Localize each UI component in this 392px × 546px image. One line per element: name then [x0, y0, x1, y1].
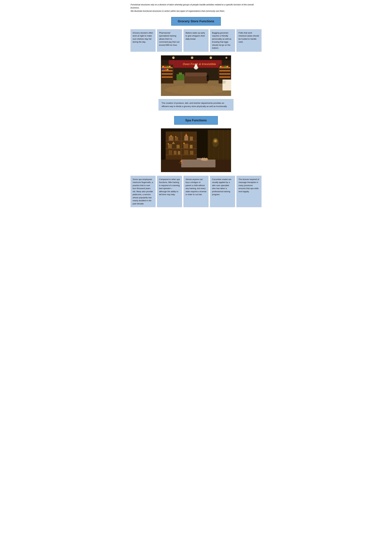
spa-card-2: Compared to other spa functions, little … [157, 176, 182, 207]
spa-section-header: Spa Functions [131, 116, 261, 125]
svg-point-67 [170, 135, 172, 137]
spa-card-5: The license required of massage therapis… [236, 176, 261, 207]
svg-text:Speci: Speci [223, 82, 226, 84]
grocery-store-image: Oven Fresh & Irresistible Club [161, 55, 231, 96]
svg-point-54 [202, 157, 203, 159]
svg-rect-19 [162, 66, 164, 67]
svg-rect-10 [184, 76, 208, 84]
svg-rect-29 [219, 73, 230, 75]
svg-rect-41 [179, 72, 182, 75]
svg-rect-17 [162, 73, 173, 75]
svg-rect-44 [173, 61, 174, 74]
svg-rect-23 [162, 69, 164, 70]
svg-point-69 [186, 135, 187, 136]
svg-rect-70 [168, 144, 172, 148]
grocery-card-5: Folks that work checkout aisles should b… [236, 29, 261, 52]
grocery-card-3: Bakers wake up early to give shoppers th… [183, 29, 209, 52]
svg-rect-25 [167, 69, 168, 70]
svg-rect-79 [178, 151, 180, 155]
svg-point-90 [212, 138, 219, 147]
svg-rect-40 [177, 74, 184, 80]
spa-cards-row: Some spa employees manicure fingernails,… [131, 176, 261, 207]
grocery-section-header: Grocery Store Functions [131, 17, 261, 26]
svg-rect-20 [164, 66, 166, 67]
svg-rect-3 [161, 55, 231, 60]
svg-rect-28 [219, 70, 230, 72]
svg-rect-34 [226, 66, 228, 67]
svg-rect-16 [162, 70, 173, 72]
svg-rect-27 [219, 67, 230, 68]
svg-rect-31 [220, 66, 222, 67]
svg-rect-63 [175, 137, 178, 141]
svg-rect-82 [208, 130, 231, 160]
svg-point-4 [172, 57, 175, 59]
spa-card-3: Almost anyone can buy a shotgun or paren… [183, 176, 209, 207]
spa-section: Spa Functions [131, 116, 261, 207]
svg-point-75 [168, 143, 169, 144]
svg-rect-21 [167, 66, 168, 67]
svg-point-6 [209, 57, 212, 59]
svg-rect-30 [219, 77, 230, 78]
svg-point-38 [206, 75, 209, 78]
svg-point-92 [179, 162, 183, 164]
svg-rect-72 [177, 145, 180, 148]
svg-point-68 [175, 136, 176, 137]
svg-rect-18 [162, 77, 173, 78]
svg-point-5 [191, 57, 193, 59]
svg-rect-66 [190, 136, 193, 141]
svg-rect-78 [174, 151, 177, 155]
svg-rect-81 [190, 151, 193, 155]
svg-rect-64 [184, 136, 188, 141]
grocery-title: Grocery Store Functions [171, 17, 221, 26]
svg-text:Oven Fresh & Irresistible: Oven Fresh & Irresistible [183, 63, 216, 66]
svg-rect-74 [190, 145, 193, 148]
svg-rect-80 [184, 150, 188, 155]
spa-title: Spa Functions [174, 116, 218, 125]
svg-rect-22 [169, 66, 171, 67]
spa-card-1: Some spa employees manicure fingernails,… [131, 176, 156, 207]
svg-rect-62 [169, 136, 173, 141]
svg-rect-45 [219, 61, 219, 74]
svg-rect-73 [183, 144, 188, 148]
grocery-caption: The creation of produce, deli, and butch… [159, 99, 233, 110]
intro-paragraph: Functional structures rely on a division… [131, 3, 261, 13]
svg-rect-15 [162, 67, 173, 68]
spa-interior-image [161, 128, 231, 172]
svg-point-76 [183, 143, 185, 144]
svg-rect-11 [185, 72, 207, 77]
svg-rect-24 [164, 69, 166, 70]
svg-text:Club C: Club C [223, 81, 226, 82]
grocery-card-2: Pharmacists' specialized training allows… [157, 29, 182, 52]
svg-rect-77 [169, 150, 172, 155]
svg-rect-32 [222, 66, 224, 67]
grocery-card-4: Bagging groceries requires a friendly pe… [210, 29, 235, 52]
grocery-card-1: Grocery stockers often work at night to … [131, 29, 156, 52]
grocery-image-container: Oven Fresh & Irresistible Club [131, 55, 261, 96]
spa-card-4: Cucumber masks are usually applied by a … [210, 176, 235, 207]
svg-rect-39 [207, 78, 209, 81]
svg-rect-48 [181, 159, 215, 167]
svg-point-7 [225, 57, 227, 59]
svg-rect-33 [224, 66, 226, 67]
svg-point-55 [204, 157, 205, 158]
svg-point-2 [165, 85, 227, 94]
svg-point-56 [206, 157, 206, 159]
spa-image-container [131, 128, 261, 172]
grocery-cards-row: Grocery stockers often work at night to … [131, 29, 261, 52]
